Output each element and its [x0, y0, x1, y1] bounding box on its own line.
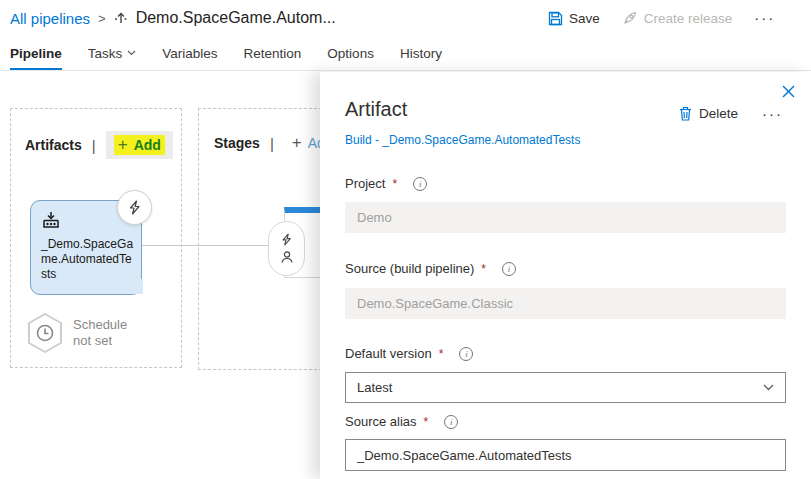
save-label: Save [569, 11, 600, 26]
page-title: Demo.SpaceGame.Autom... [136, 9, 336, 27]
create-release-button: Create release [622, 10, 733, 26]
build-source-link[interactable]: Build - _Demo.SpaceGame.AutomatedTests [345, 133, 580, 147]
artifacts-title: Artifacts [25, 137, 82, 153]
schedule-trigger-button[interactable]: Schedule not set [26, 312, 127, 354]
tab-bar: Pipeline Tasks Variables Retention Optio… [0, 36, 811, 71]
release-pipeline-icon [114, 11, 128, 25]
source-field-label: Source (build pipeline) * i [345, 261, 516, 276]
trash-icon [679, 106, 692, 121]
breadcrumb-separator: > [98, 11, 106, 26]
info-icon[interactable]: i [413, 177, 427, 191]
delete-label: Delete [699, 106, 738, 121]
text-fade-overlay [109, 279, 143, 294]
project-field-label: Project * i [345, 176, 427, 191]
tab-options[interactable]: Options [327, 36, 374, 70]
save-button[interactable]: Save [548, 11, 600, 26]
breadcrumb: All pipelines > Demo.SpaceGame.Autom... [10, 7, 336, 29]
add-artifact-label: Add [134, 137, 161, 153]
info-icon[interactable]: i [444, 415, 458, 429]
save-icon [548, 11, 563, 26]
tab-history[interactable]: History [400, 36, 442, 70]
project-input: Demo [345, 202, 786, 233]
tab-retention[interactable]: Retention [244, 36, 302, 70]
required-asterisk: * [439, 347, 444, 361]
chevron-down-icon [763, 384, 774, 391]
lightning-icon [128, 200, 141, 215]
schedule-status: Schedule not set [73, 317, 127, 349]
required-asterisk: * [481, 262, 486, 276]
rocket-icon [622, 10, 638, 26]
default-version-dropdown[interactable]: Latest [345, 372, 786, 403]
info-icon[interactable]: i [459, 347, 473, 361]
artifact-details-panel: Artifact Delete ··· Build - _Demo.SpaceG… [320, 72, 811, 479]
chevron-down-icon [127, 50, 136, 56]
source-alias-input[interactable]: _Demo.SpaceGame.AutomatedTests [345, 439, 786, 471]
plus-icon: + [118, 138, 128, 152]
required-asterisk: * [424, 415, 429, 429]
breadcrumb-all-pipelines-link[interactable]: All pipelines [10, 10, 90, 27]
artifacts-header: Artifacts | + Add [25, 131, 173, 159]
command-bar: Save Create release ··· [548, 8, 775, 28]
source-input: Demo.SpaceGame.Classic [345, 288, 786, 319]
panel-more-button[interactable]: ··· [762, 109, 783, 119]
create-release-label: Create release [644, 11, 733, 26]
required-asterisk: * [392, 177, 397, 191]
panel-commands: Delete ··· [679, 106, 783, 121]
info-icon[interactable]: i [502, 262, 516, 276]
stages-header: Stages | + Ad [214, 131, 333, 155]
close-icon[interactable] [778, 81, 799, 102]
tab-variables[interactable]: Variables [162, 36, 217, 70]
divider: | [270, 135, 274, 152]
lightning-icon [281, 233, 292, 246]
tab-tasks[interactable]: Tasks [88, 36, 137, 70]
release-pipeline-editor: All pipelines > Demo.SpaceGame.Autom... … [0, 0, 811, 479]
plus-icon: + [292, 136, 302, 150]
tab-pipeline[interactable]: Pipeline [10, 36, 62, 70]
person-icon [280, 250, 294, 264]
command-bar-more-button[interactable]: ··· [754, 13, 775, 23]
schedule-hexagon-icon [26, 312, 64, 354]
default-version-field-label: Default version * i [345, 346, 473, 361]
continuous-deployment-trigger-button[interactable] [117, 190, 152, 225]
divider: | [92, 137, 96, 154]
source-alias-field-label: Source alias * i [345, 414, 458, 429]
panel-title: Artifact [345, 98, 407, 121]
artifact-name: _Demo.SpaceGame.AutomatedTests [41, 237, 137, 282]
stages-title: Stages [214, 135, 260, 151]
pre-deployment-conditions-button[interactable] [268, 221, 305, 276]
delete-button[interactable]: Delete [679, 106, 738, 121]
add-artifact-button[interactable]: + Add [106, 131, 173, 159]
